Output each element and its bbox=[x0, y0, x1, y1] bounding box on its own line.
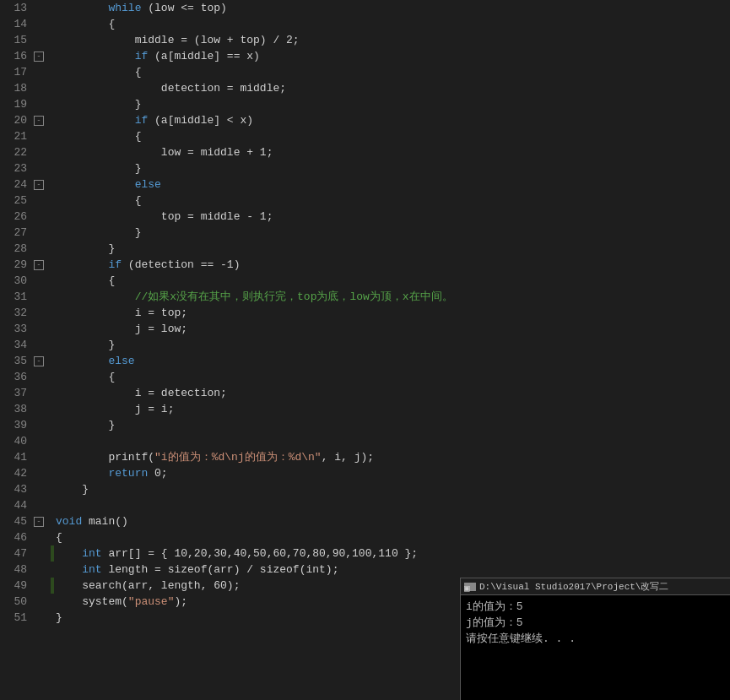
fold-col-inner bbox=[32, 96, 47, 112]
fold-button[interactable]: - bbox=[34, 517, 44, 527]
line-number: 31 bbox=[0, 289, 27, 305]
terminal-title: D:\Visual Studio2017\Project\改写二 bbox=[479, 580, 668, 593]
line-number: 21 bbox=[0, 128, 27, 144]
line-numbers: 1314151617181920212223242526272829303132… bbox=[0, 0, 32, 700]
line-number: 26 bbox=[0, 209, 27, 225]
fold-button[interactable]: - bbox=[34, 180, 44, 190]
line-number: 46 bbox=[0, 529, 27, 545]
line-number: 28 bbox=[0, 241, 27, 257]
fold-col-inner bbox=[32, 497, 47, 513]
line-number: 38 bbox=[0, 401, 27, 417]
code-line: } bbox=[51, 481, 730, 497]
fold-col-inner bbox=[32, 0, 47, 16]
code-line: j = low; bbox=[51, 321, 730, 337]
indent bbox=[56, 48, 135, 64]
code-token: ); bbox=[174, 594, 187, 610]
breakpoint-indicator bbox=[51, 545, 54, 562]
fold-col-inner bbox=[32, 193, 47, 209]
code-line: } bbox=[51, 96, 730, 112]
fold-button[interactable]: - bbox=[34, 116, 44, 126]
fold-col-inner bbox=[32, 369, 47, 385]
code-line: //如果x没有在其中，则执行完，top为底，low为顶，x在中间。 bbox=[51, 289, 730, 305]
code-token: if bbox=[135, 48, 149, 64]
fold-button[interactable]: - bbox=[34, 260, 44, 270]
line-number: 25 bbox=[0, 193, 27, 209]
code-token: int bbox=[82, 562, 101, 578]
fold-col-inner: - bbox=[32, 513, 47, 529]
indent bbox=[56, 257, 108, 273]
code-line: { bbox=[51, 128, 730, 144]
code-token: { bbox=[135, 193, 142, 209]
code-line: j = i; bbox=[51, 401, 730, 417]
indent bbox=[56, 369, 108, 385]
code-token: (low <= top) bbox=[141, 0, 226, 16]
line-number: 27 bbox=[0, 225, 27, 241]
fold-button[interactable]: - bbox=[34, 356, 44, 366]
line-number: 49 bbox=[0, 578, 27, 594]
code-token: } bbox=[82, 481, 89, 497]
indent bbox=[56, 225, 135, 241]
line-number: 47 bbox=[0, 545, 27, 562]
indent bbox=[56, 289, 135, 305]
fold-col-inner bbox=[32, 128, 47, 144]
line-number: 17 bbox=[0, 64, 27, 80]
code-token: search(arr, length, 60); bbox=[82, 578, 240, 594]
indent bbox=[56, 273, 108, 289]
code-line: printf("i的值为：%d\nj的值为：%d\n", i, j); bbox=[51, 449, 730, 465]
line-number: 42 bbox=[0, 465, 27, 481]
code-line: i = top; bbox=[51, 305, 730, 321]
code-token: { bbox=[108, 16, 115, 32]
terminal-content: i的值为：5j的值为：5请按任意键继续. . . bbox=[466, 599, 725, 647]
code-token: "i的值为：%d\nj的值为：%d\n" bbox=[154, 449, 322, 465]
code-token: while bbox=[108, 0, 141, 16]
code-token: void bbox=[56, 513, 82, 529]
fold-col-inner bbox=[32, 433, 47, 449]
line-number: 14 bbox=[0, 16, 27, 32]
fold-button[interactable]: - bbox=[34, 52, 44, 62]
fold-col-inner bbox=[32, 481, 47, 497]
line-number: 18 bbox=[0, 80, 27, 96]
fold-col-inner bbox=[32, 594, 47, 610]
line-number: 13 bbox=[0, 0, 27, 16]
code-line: else bbox=[51, 353, 730, 369]
code-line: int length = sizeof(arr) / sizeof(int); bbox=[51, 562, 730, 578]
indent bbox=[56, 449, 108, 465]
code-line: } bbox=[51, 417, 730, 433]
fold-col-inner: - bbox=[32, 48, 47, 64]
indent bbox=[56, 193, 135, 209]
indent bbox=[56, 321, 135, 337]
line-number: 22 bbox=[0, 144, 27, 160]
fold-column: ------ bbox=[32, 0, 47, 700]
code-line bbox=[51, 433, 730, 449]
line-number: 50 bbox=[0, 594, 27, 610]
line-number: 32 bbox=[0, 305, 27, 321]
fold-col-inner: - bbox=[32, 112, 47, 128]
code-line: if (a[middle] < x) bbox=[51, 112, 730, 128]
fold-col-inner bbox=[32, 160, 47, 176]
indent bbox=[56, 353, 108, 369]
code-line: else bbox=[51, 176, 730, 193]
line-number: 44 bbox=[0, 497, 27, 513]
code-line: { bbox=[51, 273, 730, 289]
fold-col-inner bbox=[32, 144, 47, 160]
fold-col-inner bbox=[32, 417, 47, 433]
code-token: i = detection; bbox=[135, 385, 227, 401]
code-token: else bbox=[135, 176, 161, 193]
line-number: 45 bbox=[0, 513, 27, 529]
code-token: printf( bbox=[108, 449, 154, 465]
code-token: main() bbox=[82, 513, 128, 529]
terminal-line: i的值为：5 bbox=[466, 599, 725, 615]
fold-col-inner bbox=[32, 385, 47, 401]
fold-col-inner bbox=[32, 545, 47, 562]
code-token: , i, j); bbox=[322, 449, 374, 465]
code-token: { bbox=[108, 273, 115, 289]
line-number: 29 bbox=[0, 257, 27, 273]
code-token: if bbox=[108, 257, 122, 273]
code-token: (a[middle] == x) bbox=[148, 48, 260, 64]
code-token: } bbox=[56, 610, 62, 626]
fold-col-inner bbox=[32, 449, 47, 465]
line-number: 16 bbox=[0, 48, 27, 64]
code-line: { bbox=[51, 16, 730, 32]
indent bbox=[56, 545, 82, 562]
code-token: return bbox=[108, 465, 148, 481]
